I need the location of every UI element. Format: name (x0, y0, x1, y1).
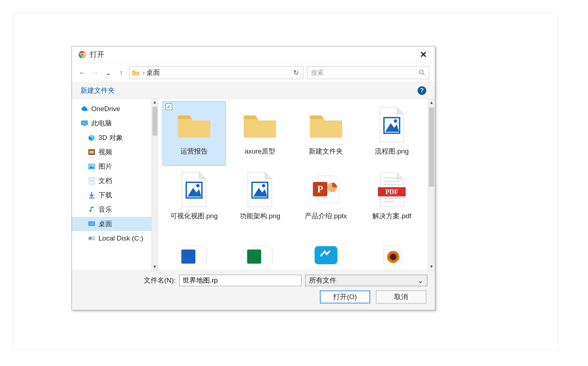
checkbox-icon[interactable]: ✓ (166, 104, 172, 110)
docx-file-icon (174, 234, 214, 270)
recent-locations-button[interactable]: ⌄ (104, 68, 113, 77)
file-item[interactable]: P 产品介绍.pptx (294, 166, 358, 230)
pc-icon (81, 119, 88, 127)
file-item[interactable]: 功能架构.png (229, 166, 292, 230)
file-item[interactable]: ✓ 运营报告 (162, 101, 226, 166)
chevron-down-icon: ⌄ (418, 276, 423, 285)
file-item[interactable]: PDF 解决方案.pdf (360, 166, 424, 230)
tree-label: 桌面 (98, 219, 112, 229)
svg-point-13 (93, 165, 94, 166)
image-file-icon (240, 170, 280, 209)
tree-item-3dobjects[interactable]: 3D 对象 (72, 131, 151, 145)
scroll-thumb[interactable] (429, 107, 434, 187)
help-button[interactable]: ? (418, 86, 426, 95)
tree-label: 3D 对象 (98, 133, 123, 142)
svg-rect-42 (181, 250, 195, 264)
breadcrumb-location[interactable]: 桌面 (146, 68, 291, 77)
close-button[interactable]: ✕ (415, 49, 431, 60)
tree-label: 下载 (98, 191, 112, 200)
svg-rect-14 (89, 178, 95, 184)
address-bar[interactable]: › 桌面 ↻ (129, 66, 303, 79)
tree-item-downloads[interactable]: 下载 (72, 188, 151, 202)
file-label: 解决方案.pdf (372, 211, 411, 221)
sidebar-scrollbar[interactable]: ▲ ▼ (151, 99, 158, 270)
svg-point-3 (419, 70, 423, 74)
open-button-label: 打开(O) (333, 292, 357, 302)
open-button[interactable]: 打开(O) (320, 290, 370, 303)
open-file-dialog: 打开 ✕ ← → ⌄ ↑ › 桌面 ↻ (72, 46, 435, 310)
up-button[interactable]: ↑ (116, 68, 126, 77)
search-box[interactable] (307, 66, 429, 79)
tree-item-music[interactable]: 音乐 (72, 202, 151, 217)
folder-icon (306, 105, 346, 145)
tree-item-disk-c[interactable]: Local Disk (C:) (72, 231, 151, 246)
filename-label: 文件名(N): (144, 276, 176, 285)
navbar: ← → ⌄ ↑ › 桌面 ↻ (72, 63, 435, 82)
svg-line-4 (423, 74, 425, 76)
tree-label: 视频 (98, 147, 112, 157)
tree-item-videos[interactable]: 视频 (72, 145, 151, 159)
tree-item-desktop[interactable]: 桌面 (72, 217, 151, 231)
pdf-file-icon: PDF (372, 170, 412, 209)
cancel-button[interactable]: 取消 (376, 290, 426, 303)
file-item[interactable] (162, 230, 226, 270)
tree-item-pictures[interactable]: 图片 (72, 159, 151, 174)
tree-item-onedrive[interactable]: OneDrive (72, 102, 151, 116)
refresh-button[interactable]: ↻ (291, 69, 301, 77)
svg-rect-8 (89, 150, 94, 154)
file-label: 流程图.png (375, 147, 409, 156)
folder-icon (174, 105, 214, 145)
svg-rect-43 (247, 250, 261, 264)
file-item[interactable]: 流程图.png (360, 101, 424, 166)
scroll-up-icon[interactable]: ▲ (152, 99, 158, 105)
svg-point-2 (81, 53, 84, 56)
image-file-icon (174, 170, 214, 209)
forward-button[interactable]: → (91, 68, 100, 77)
dialog-body: OneDrive 此电脑 3D 对象 (72, 99, 435, 270)
filetype-dropdown[interactable]: 所有文件 ⌄ (305, 275, 427, 286)
tree-label: 图片 (98, 162, 112, 171)
nav-tree: OneDrive 此电脑 3D 对象 (72, 99, 151, 270)
file-item[interactable] (229, 230, 292, 270)
tree-label: 音乐 (98, 205, 112, 214)
file-label: 新建文件夹 (309, 147, 343, 156)
svg-text:PDF: PDF (385, 188, 398, 196)
file-item[interactable]: 新建文件夹 (294, 101, 358, 166)
folder-icon (240, 105, 280, 145)
file-item[interactable]: axure原型 (229, 101, 292, 166)
scroll-down-icon[interactable]: ▼ (428, 263, 435, 270)
download-icon (88, 191, 96, 199)
scroll-down-icon[interactable]: ▼ (152, 264, 158, 270)
chrome-icon (78, 51, 86, 59)
dialog-footer: 文件名(N): 所有文件 ⌄ 打开(O) 取消 (72, 270, 435, 310)
desktop-icon (88, 220, 96, 228)
file-item[interactable] (294, 230, 358, 270)
tree-item-thispc[interactable]: 此电脑 (72, 116, 151, 131)
svg-rect-20 (89, 222, 94, 225)
docs-icon (88, 177, 96, 185)
filetype-value: 所有文件 (309, 276, 336, 285)
content-scrollbar[interactable]: ▲ ▼ (428, 99, 435, 270)
file-item[interactable] (360, 230, 424, 270)
tree-label: OneDrive (91, 105, 120, 113)
breadcrumb-separator: › (143, 69, 145, 77)
file-label: 运营报告 (180, 147, 208, 156)
new-folder-button[interactable]: 新建文件夹 (81, 86, 115, 95)
xlsx-file-icon (240, 234, 280, 270)
svg-rect-44 (314, 246, 337, 264)
tree-item-documents[interactable]: 文档 (72, 174, 151, 188)
svg-rect-9 (88, 150, 95, 150)
image-file-icon (372, 105, 412, 145)
tree-label: 文档 (98, 176, 112, 186)
back-button[interactable]: ← (78, 68, 87, 77)
filename-input[interactable] (179, 275, 302, 286)
search-icon (419, 69, 425, 76)
cancel-button-label: 取消 (394, 292, 408, 302)
video-icon (88, 148, 96, 156)
file-grid[interactable]: ✓ 运营报告 axure原型 (158, 99, 428, 270)
scroll-up-icon[interactable]: ▲ (428, 99, 435, 106)
file-item[interactable]: 可视化视图.png (162, 166, 226, 230)
scroll-thumb[interactable] (152, 107, 157, 136)
disk-icon (88, 234, 96, 242)
search-input[interactable] (311, 69, 419, 77)
